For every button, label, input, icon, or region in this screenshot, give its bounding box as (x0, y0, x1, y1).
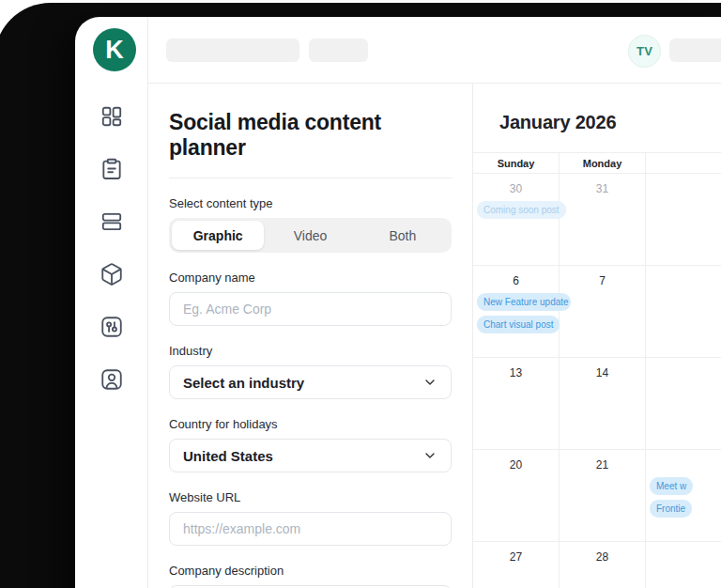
logo-button[interactable]: K (93, 28, 136, 71)
calendar-event[interactable]: Frontie (650, 500, 692, 518)
sidebar-item-profile[interactable] (99, 366, 125, 393)
header-placeholder-2 (309, 39, 368, 62)
page-title: Social media content planner (169, 110, 452, 161)
company-name-input[interactable] (169, 292, 452, 326)
calendar-date: 7 (560, 266, 645, 289)
box-icon (100, 262, 124, 286)
calendar-date: 14 (560, 358, 645, 381)
calendar-week-row: 6 New Feature update Chart visual post 7 (473, 266, 721, 358)
industry-select-value: Select an industry (183, 375, 304, 391)
calendar-date: 31 (560, 174, 645, 197)
country-select[interactable]: United States (169, 439, 452, 472)
planner-form: Social media content planner Select cont… (148, 84, 473, 588)
sidebar-item-rows[interactable] (99, 209, 125, 235)
industry-select[interactable]: Select an industry (169, 365, 452, 399)
calendar-cell[interactable]: 30 Coming soon post (473, 174, 560, 265)
day-header-sunday: Sunday (473, 153, 560, 173)
calendar-title: January 2026 (499, 112, 721, 133)
content-type-label: Select content type (169, 196, 452, 210)
calendar-date (646, 542, 721, 565)
country-label: Country for holidays (169, 417, 452, 431)
sidebar-item-settings[interactable] (99, 314, 125, 340)
day-header-monday: Monday (560, 153, 646, 173)
calendar-week-row: 13 14 (473, 358, 721, 450)
calendar-date: 27 (473, 542, 559, 565)
website-url-label: Website URL (169, 490, 452, 504)
clipboard-icon (100, 157, 124, 181)
rows-icon (100, 209, 124, 234)
header-placeholder-3 (669, 39, 721, 62)
calendar-cell[interactable]: 21 (560, 450, 646, 541)
calendar-cell[interactable]: 20 (473, 450, 560, 541)
calendar-week-row: 30 Coming soon post 31 (473, 174, 721, 266)
industry-label: Industry (169, 344, 452, 358)
content-type-segmented-control: Graphic Video Both (169, 218, 452, 253)
calendar-week-row: 27 28 (473, 542, 721, 588)
calendar-cell[interactable]: 28 (560, 542, 646, 588)
header-placeholder-1 (166, 39, 299, 62)
sidebar-item-notes[interactable] (99, 156, 125, 182)
calendar-date: 30 (473, 174, 559, 197)
chevron-down-icon (422, 375, 437, 390)
sidebar-item-products[interactable] (99, 261, 125, 287)
calendar-cell[interactable]: 6 New Feature update Chart visual post (473, 266, 560, 357)
app-window: K (75, 17, 721, 588)
website-url-input[interactable] (169, 512, 452, 546)
calendar-date (646, 450, 721, 473)
calendar-panel: January 2026 Sunday Monday 30 Coming soo… (473, 84, 721, 588)
chevron-down-icon (422, 448, 437, 463)
calendar-event[interactable]: Meet w (650, 477, 693, 495)
calendar-cell[interactable] (646, 174, 721, 265)
segment-both[interactable]: Both (357, 221, 449, 250)
day-header-tuesday (646, 153, 721, 173)
calendar-cell[interactable] (646, 266, 721, 357)
calendar-cell[interactable] (646, 542, 721, 588)
country-select-value: United States (183, 448, 273, 464)
top-bar: TV (148, 17, 721, 84)
company-name-label: Company name (169, 271, 452, 285)
calendar-event[interactable]: New Feature update (477, 293, 571, 311)
calendar-date: 28 (560, 542, 645, 565)
company-description-label: Company description (169, 564, 452, 578)
calendar-event[interactable]: Coming soon post (477, 201, 566, 219)
calendar-week-row: 20 21 Meet w Frontie (473, 450, 721, 542)
calendar-cell[interactable]: 7 (560, 266, 646, 357)
calendar-date (646, 358, 721, 381)
calendar-cell[interactable]: Meet w Frontie (646, 450, 721, 541)
calendar-grid: Sunday Monday 30 Coming soon post 31 (473, 152, 721, 588)
avatar[interactable]: TV (628, 35, 661, 68)
calendar-date: 20 (473, 450, 559, 473)
calendar-cell[interactable]: 27 (473, 542, 560, 588)
sidebar: K (75, 17, 147, 588)
segment-graphic[interactable]: Graphic (172, 221, 264, 250)
segment-video[interactable]: Video (264, 221, 356, 250)
sliders-icon (100, 315, 124, 339)
divider (169, 178, 452, 178)
calendar-cell[interactable]: 31 (560, 174, 646, 265)
user-icon (100, 367, 124, 392)
calendar-cell[interactable]: 13 (473, 358, 560, 449)
calendar-date (646, 266, 721, 289)
dashboard-icon (100, 104, 124, 129)
calendar-date: 13 (473, 358, 559, 381)
calendar-header-row: Sunday Monday (473, 152, 721, 174)
calendar-cell[interactable]: 14 (560, 358, 646, 449)
calendar-cell[interactable] (646, 358, 721, 449)
calendar-date: 6 (473, 266, 559, 289)
calendar-date: 21 (560, 450, 645, 473)
calendar-date (646, 174, 721, 197)
sidebar-item-dashboard[interactable] (99, 103, 125, 130)
calendar-event[interactable]: Chart visual post (477, 316, 560, 333)
